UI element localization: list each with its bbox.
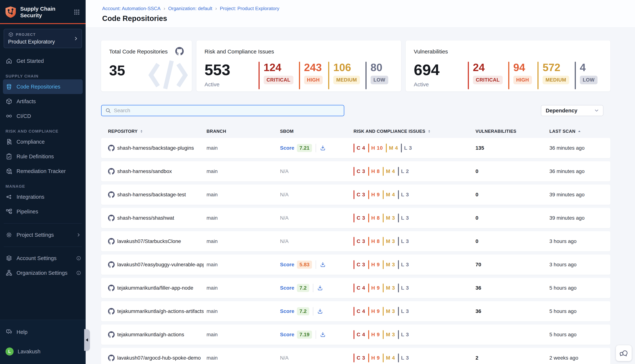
dependency-dropdown[interactable]: Dependency [541, 105, 603, 116]
download-sbom-icon[interactable] [317, 308, 323, 314]
toolbar: Dependency [101, 105, 610, 116]
vulnerabilities-total: 694 [414, 61, 468, 79]
divider [316, 260, 316, 269]
severity-value: M 4 [386, 168, 395, 174]
sidebar-item-code-repositories[interactable]: Code Repositories [3, 79, 83, 94]
sidebar-item-label: Code Repositories [17, 84, 61, 90]
app-switcher-icon[interactable] [74, 9, 80, 16]
severity-bar [368, 307, 369, 316]
severity-critical: C 4 [353, 144, 365, 152]
sidebar-item-pipelines[interactable]: Pipelines [0, 204, 86, 219]
severity-critical: 24CRITICAL [468, 62, 503, 89]
sidebar-item-integrations[interactable]: Integrations [0, 190, 86, 204]
severity-value: L 3 [401, 215, 409, 221]
vulnerabilities-cell: 0 [475, 168, 549, 174]
table-row[interactable]: tejakummarikuntla/gh-actionsmainScore7.1… [101, 324, 610, 345]
repository-cell: tejakummarikuntla/filler-app-node [108, 285, 207, 291]
breadcrumb-account-link[interactable]: Account: Automation-SSCA [102, 6, 161, 12]
sidebar-item-compliance[interactable]: Compliance [0, 134, 86, 149]
table-row[interactable]: shash-harness/backstage-pluginsmainScore… [101, 138, 610, 158]
repository-name[interactable]: tejakummarikuntla/gh-actions [117, 332, 184, 338]
sidebar-collapse-handle[interactable] [84, 329, 90, 351]
column-header-risk-and-compliance-issues[interactable]: RISK AND COMPLIANCE ISSUES [353, 129, 475, 134]
severity-low: L 3 [398, 330, 409, 339]
sidebar-item-project-settings[interactable]: Project Settings [0, 228, 86, 242]
severity-value: L 3 [401, 308, 409, 314]
user-menu[interactable]: L Lavakush [0, 344, 86, 359]
severity-value: M 3 [386, 285, 395, 291]
search-input[interactable] [114, 108, 340, 114]
severity-content: 24CRITICAL [473, 62, 503, 89]
severity-bar [386, 144, 387, 152]
sidebar-item-organization-settings[interactable]: Organization Settings [0, 266, 86, 280]
vulnerabilities-cell: 135 [475, 145, 549, 151]
severity-critical: C 3 [353, 260, 365, 269]
cicd-icon [6, 112, 13, 120]
project-selector[interactable]: PROJECT Product Exploratory [4, 29, 82, 48]
severity-high: H 9 [368, 330, 380, 339]
column-header-repository[interactable]: REPOSITORY [108, 129, 207, 134]
severity-bar [353, 284, 354, 292]
risk-severities: 124CRITICAL243HIGH106MEDIUM80LOW [259, 62, 394, 89]
sidebar-item-help[interactable]: ? Help [0, 325, 86, 340]
sidebar-item-label: Integrations [17, 194, 45, 200]
severity-bar [368, 260, 369, 269]
table-row[interactable]: shash-harness/shashwatmainN/AC 3H 8M 3L … [101, 208, 610, 228]
branch-cell: main [207, 262, 280, 268]
repository-name[interactable]: tejakummarikuntla/gh-actions-artifacts [117, 308, 204, 314]
column-header-vulnerabilities: VULNERABILITIES [475, 129, 549, 134]
project-name: Product Exploratory [8, 39, 71, 45]
table-row[interactable]: lavakush07/argocd-hub-spoke-demomainN/AC… [101, 348, 610, 364]
table-row[interactable]: lavakush07/StarbucksClonemainN/AC 3H 8M … [101, 231, 610, 252]
repository-name[interactable]: lavakush07/StarbucksClone [117, 238, 181, 244]
last-scan-cell: 3 hours ago [549, 262, 610, 268]
table-row[interactable]: tejakummarikuntla/filler-app-nodemainSco… [101, 278, 610, 298]
sidebar-item-ci-cd[interactable]: CI/CD [0, 109, 86, 124]
sidebar-item-account-settings[interactable]: Account Settings [0, 251, 86, 266]
severity-badge: CRITICAL [264, 76, 293, 84]
sbom-na: N/A [280, 238, 289, 244]
breadcrumb-organization-link[interactable]: Organization: default [168, 6, 212, 12]
column-header-last-scan[interactable]: LAST SCAN [549, 129, 610, 134]
download-sbom-icon[interactable] [320, 332, 326, 338]
table-row[interactable]: shash-harness/sandboxmainN/AC 3H 8M 4L 2… [101, 161, 610, 182]
stats-row: Total Code Repositories 35 Risk and Comp… [101, 40, 610, 92]
severity-bar [328, 62, 329, 89]
repository-name[interactable]: shash-harness/backstage-plugins [117, 145, 194, 151]
severity-count: 106 [333, 62, 360, 73]
repository-name[interactable]: shash-harness/shashwat [117, 215, 174, 221]
download-sbom-icon[interactable] [320, 262, 326, 268]
sidebar-item-get-started[interactable]: Get Started [0, 54, 86, 68]
severity-high: H 8 [368, 237, 380, 246]
avatar: L [6, 348, 14, 356]
sidebar-item-label: Compliance [17, 139, 45, 145]
repository-name[interactable]: shash-harness/sandbox [117, 168, 172, 174]
sidebar-item-remediation-tracker[interactable]: Remediation Tracker [0, 164, 86, 178]
severity-count: 24 [473, 62, 503, 73]
download-sbom-icon[interactable] [317, 285, 323, 291]
table-row[interactable]: tejakummarikuntla/gh-actions-artifactsma… [101, 301, 610, 322]
sbom-score-badge: 7.2 [297, 307, 309, 315]
download-sbom-icon[interactable] [320, 145, 326, 151]
breadcrumb-project-link[interactable]: Project: Product Exploratory [220, 6, 279, 12]
severity-bar [368, 284, 369, 292]
severity-value: M 3 [386, 262, 395, 268]
github-icon [108, 308, 115, 314]
sbom-na: N/A [280, 215, 289, 221]
table-row[interactable]: lavakush07/easybuggy-vulnerable-app...ma… [101, 254, 610, 275]
repository-name[interactable]: tejakummarikuntla/filler-app-node [117, 285, 193, 291]
severity-medium: M 3 [383, 214, 395, 222]
sidebar-item-rule-definitions[interactable]: Rule Definitions [0, 149, 86, 164]
column-header-label: VULNERABILITIES [475, 129, 516, 134]
repository-name[interactable]: lavakush07/easybuggy-vulnerable-app... [117, 262, 204, 268]
repository-name[interactable]: lavakush07/argocd-hub-spoke-demo [117, 355, 201, 361]
table-row[interactable]: shash-harness/backstage-testmainN/AC 3H … [101, 184, 610, 205]
support-chat-button[interactable] [616, 345, 632, 361]
severity-bar [398, 167, 399, 176]
sidebar-item-artifacts[interactable]: Artifacts [0, 94, 86, 109]
severity-value: L 3 [401, 262, 409, 268]
repository-name[interactable]: shash-harness/backstage-test [117, 192, 186, 198]
severity-value: H 9 [371, 192, 380, 198]
severity-medium: M 3 [383, 260, 395, 269]
remediation-tracker-icon [6, 168, 13, 175]
